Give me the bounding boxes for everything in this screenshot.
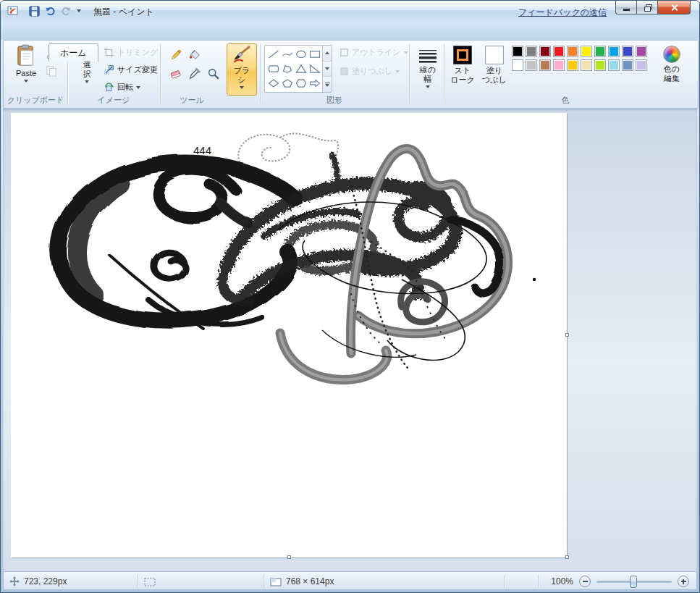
crop-button[interactable]: トリミング [104, 47, 158, 58]
brush-icon [232, 46, 251, 64]
shapes-grid [265, 46, 322, 92]
fill-dropdown-icon [395, 70, 400, 73]
color-swatch[interactable] [594, 59, 606, 71]
shape-hexagon[interactable] [295, 76, 308, 91]
shapes-gallery [264, 45, 332, 93]
brushes-dropdown-icon [240, 86, 244, 89]
color-swatch[interactable] [594, 46, 606, 57]
color-swatch[interactable] [526, 46, 537, 57]
shape-curve[interactable] [280, 47, 294, 62]
color-picker-tool[interactable] [186, 65, 203, 83]
restore-button[interactable] [637, 1, 658, 14]
shape-pentagon[interactable] [280, 76, 294, 91]
text-tool[interactable] [205, 46, 222, 64]
shape-rectangle[interactable] [308, 47, 322, 62]
status-separator [504, 575, 505, 588]
color-swatch[interactable] [567, 46, 578, 57]
shape-diamond[interactable] [266, 76, 280, 91]
paste-button[interactable]: Paste [9, 43, 43, 97]
shape-rounded-rectangle[interactable] [266, 62, 280, 76]
color-swatch[interactable] [636, 59, 647, 71]
zoom-slider[interactable] [596, 581, 672, 583]
color-swatch[interactable] [622, 59, 633, 71]
status-separator [538, 575, 539, 588]
triangle-down-icon [325, 67, 329, 70]
shape-line[interactable] [266, 47, 280, 62]
eraser-tool[interactable] [167, 65, 185, 83]
color-swatch[interactable] [539, 59, 551, 71]
stroke-color-button[interactable]: スト ローク [447, 45, 478, 96]
gallery-scroll-up-button[interactable] [323, 46, 332, 62]
eraser-icon [169, 67, 182, 80]
resize-label: サイズ変更 [117, 65, 158, 75]
fill-tool[interactable] [186, 46, 203, 64]
canvas-resize-handle-corner[interactable] [565, 555, 569, 559]
shape-triangle[interactable] [295, 62, 308, 76]
canvas-resize-handle-bottom[interactable] [287, 555, 291, 559]
shape-ellipse[interactable] [295, 47, 308, 62]
crop-label: トリミング [117, 48, 158, 57]
title-bar[interactable]: 無題 - ペイント フィードバックの送信 [1, 1, 699, 22]
color-swatch[interactable] [539, 46, 551, 57]
pencil-squiggle [238, 133, 338, 169]
copy-button[interactable] [46, 65, 57, 79]
zoom-out-button[interactable] [579, 576, 591, 587]
canvas-resize-handle-right[interactable] [565, 333, 569, 337]
shape-polygon[interactable] [280, 62, 294, 76]
close-button[interactable] [658, 1, 691, 14]
qat-customize-button[interactable] [75, 4, 83, 18]
magnifier-icon [207, 67, 220, 80]
color-swatch[interactable] [553, 46, 565, 57]
redo-button[interactable] [59, 4, 73, 18]
save-button[interactable] [27, 4, 41, 18]
color-swatch[interactable] [581, 59, 592, 71]
color-swatch[interactable] [567, 59, 578, 71]
zoom-in-button[interactable] [678, 576, 689, 587]
color-swatch[interactable] [553, 59, 565, 71]
shape-fill-button[interactable]: 塗りつぶし [340, 67, 400, 76]
minimize-icon [623, 9, 630, 11]
group-separator [409, 44, 410, 104]
triangle-up-icon [325, 51, 329, 54]
undo-button[interactable] [43, 4, 57, 18]
restore-icon [644, 4, 651, 10]
resize-button[interactable]: サイズ変更 [104, 64, 158, 75]
color-swatch[interactable] [636, 46, 647, 57]
rotate-button[interactable]: 回転 [104, 82, 140, 93]
fill-color-label: 塗り つぶし [482, 66, 507, 85]
minimize-button[interactable] [615, 1, 637, 14]
quick-access-toolbar [27, 4, 83, 18]
shape-right-triangle[interactable] [308, 62, 322, 76]
shape-right-arrow[interactable] [308, 76, 322, 91]
fill-bucket-icon [188, 49, 201, 62]
pencil-tool[interactable] [167, 46, 185, 64]
color-swatch[interactable] [512, 46, 523, 57]
tab-home[interactable]: ホーム [49, 43, 98, 62]
brushes-button[interactable]: ブラ シ [227, 43, 257, 96]
shape-outline-button[interactable]: アウトライン [340, 48, 408, 57]
gallery-scroll-down-button[interactable] [323, 62, 332, 77]
color-swatch[interactable] [608, 59, 620, 71]
zoom-slider-thumb[interactable] [630, 576, 637, 588]
line-width-label: 線の 幅 [420, 65, 436, 84]
pencil-icon [169, 49, 182, 62]
line-width-icon [419, 49, 437, 64]
zoom-level-text: 100% [551, 576, 573, 586]
drawing-canvas[interactable]: 444 [11, 113, 567, 558]
magnifier-tool[interactable] [205, 65, 222, 83]
line-width-button[interactable]: 線の 幅 [413, 46, 442, 94]
color-swatch[interactable] [526, 59, 537, 71]
fill-square-icon [340, 67, 349, 76]
send-feedback-link[interactable]: フィードバックの送信 [518, 7, 607, 19]
color-swatch[interactable] [608, 46, 620, 57]
color-swatch[interactable] [622, 46, 633, 57]
shape-outline-label: アウトライン [352, 48, 401, 57]
palette-row-1 [512, 46, 647, 57]
fill-color-button[interactable]: 塗り つぶし [479, 45, 510, 96]
color-swatch[interactable] [581, 46, 592, 57]
color-swatch[interactable] [512, 59, 523, 71]
status-separator [263, 575, 263, 588]
gallery-more-button[interactable] [323, 77, 332, 92]
outline-square-icon [340, 48, 349, 57]
edit-colors-button[interactable]: 色の 編集 [654, 45, 690, 96]
